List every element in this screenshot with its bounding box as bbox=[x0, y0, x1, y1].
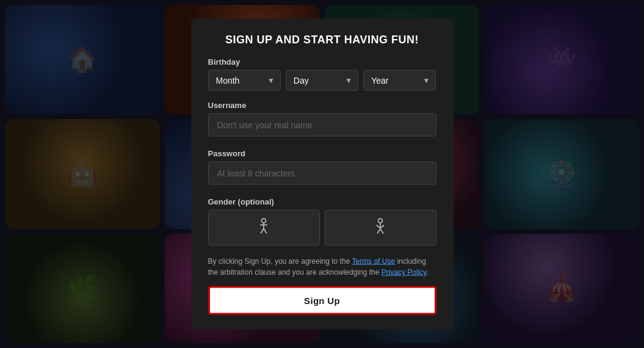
month-select[interactable]: Month January February March April May J… bbox=[208, 70, 281, 91]
svg-line-4 bbox=[264, 229, 267, 234]
day-select[interactable]: Day bbox=[286, 70, 358, 91]
birthday-label: Birthday bbox=[208, 57, 436, 67]
gender-section: Gender (optional) bbox=[208, 197, 436, 246]
year-wrapper: Year ▼ bbox=[363, 70, 436, 91]
password-section: Password bbox=[208, 149, 436, 195]
birthday-section: Birthday Month January February March Ap… bbox=[208, 57, 436, 91]
terms-text: By clicking Sign Up, you are agreeing to… bbox=[208, 256, 436, 278]
svg-line-3 bbox=[261, 229, 264, 234]
password-label: Password bbox=[208, 149, 436, 158]
username-label: Username bbox=[208, 101, 436, 110]
female-figure-icon bbox=[373, 218, 388, 235]
signup-button[interactable]: Sign Up bbox=[208, 286, 436, 315]
svg-line-7 bbox=[377, 229, 380, 234]
gender-label: Gender (optional) bbox=[208, 197, 436, 206]
username-section: Username bbox=[208, 101, 436, 147]
month-wrapper: Month January February March April May J… bbox=[208, 70, 281, 91]
modal-title: SIGN UP AND START HAVING FUN! bbox=[208, 34, 436, 46]
day-wrapper: Day ▼ bbox=[286, 70, 358, 91]
female-button[interactable] bbox=[325, 210, 436, 246]
svg-line-8 bbox=[380, 229, 383, 234]
terms-prefix: By clicking Sign Up, you are agreeing to… bbox=[208, 257, 352, 266]
svg-point-0 bbox=[262, 219, 266, 223]
terms-of-use-link[interactable]: Terms of Use bbox=[352, 257, 395, 266]
terms-suffix: . bbox=[426, 268, 428, 277]
password-input[interactable] bbox=[208, 162, 436, 185]
signup-modal: SIGN UP AND START HAVING FUN! Birthday M… bbox=[191, 19, 454, 330]
male-button[interactable] bbox=[208, 210, 320, 246]
username-input[interactable] bbox=[208, 114, 436, 137]
gender-row bbox=[208, 210, 436, 246]
year-select[interactable]: Year bbox=[363, 70, 436, 91]
male-figure-icon bbox=[256, 218, 271, 235]
privacy-policy-link[interactable]: Privacy Policy bbox=[382, 268, 427, 277]
birthday-row: Month January February March April May J… bbox=[208, 70, 436, 91]
svg-point-5 bbox=[378, 219, 383, 223]
